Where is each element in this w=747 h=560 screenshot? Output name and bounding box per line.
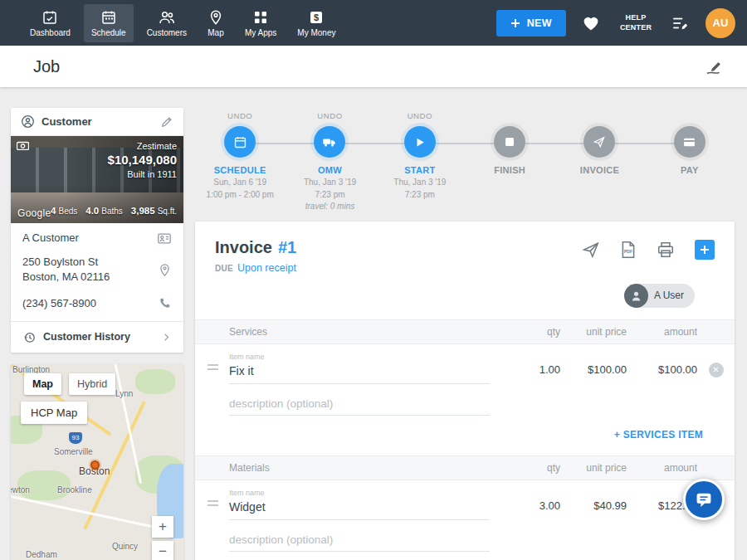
edit-pencil-icon[interactable]: [160, 115, 173, 129]
undo-link[interactable]: UNDO: [195, 111, 285, 122]
assigned-user-row: A User: [215, 274, 715, 308]
step-label: INVOICE: [554, 165, 644, 175]
materials-section-header: Materials qty unit price amount: [195, 455, 735, 480]
map-type-map-button[interactable]: Map: [24, 373, 61, 395]
history-clock-icon: [22, 330, 37, 344]
assigned-user-chip[interactable]: A User: [624, 284, 695, 308]
omw-step-button[interactable]: [314, 126, 345, 158]
svg-text:$: $: [314, 12, 319, 22]
nav-right: NEW HELP CENTER AU: [496, 8, 735, 38]
contact-card-icon[interactable]: [157, 231, 172, 246]
map-marker[interactable]: [90, 460, 100, 470]
timeline-step-schedule: UNDO SCHEDULE Sun, Jan 6 '191:00 pm - 2:…: [195, 111, 285, 213]
qty-column-header: qty: [490, 326, 560, 338]
pay-step-button[interactable]: [674, 126, 706, 158]
zestimate-label: Zestimate: [108, 141, 177, 151]
customer-address-row[interactable]: 250 Boylston StBoston, MA 02116: [11, 253, 183, 292]
add-services-item-link[interactable]: + SERVICES ITEM: [195, 416, 735, 455]
add-invoice-button[interactable]: [695, 240, 715, 260]
amount-column-header: amount: [627, 326, 697, 338]
service-item-name-input[interactable]: [229, 362, 490, 384]
step-time: 7:23 pm: [405, 190, 435, 199]
send-invoice-icon[interactable]: [582, 241, 600, 259]
drag-handle[interactable]: [208, 362, 218, 373]
map-label: Newton: [11, 485, 30, 494]
user-avatar-icon: [624, 284, 648, 308]
invoice-step-button[interactable]: [583, 126, 615, 158]
remove-item-icon[interactable]: ✕: [709, 363, 724, 377]
material-item-unit-price[interactable]: $40.99: [560, 499, 627, 520]
customer-name-row[interactable]: A Customer: [11, 223, 183, 253]
credit-card-icon: [682, 135, 696, 149]
material-item-name-input[interactable]: [229, 498, 490, 520]
service-item-amount: $100.00: [627, 363, 697, 384]
due-label: DUE: [215, 264, 233, 273]
signature-icon[interactable]: [704, 56, 724, 76]
service-item-row: Item name 1.00 $100.00 $100.00 ✕: [195, 344, 735, 384]
map-type-hybrid-button[interactable]: Hybrid: [69, 373, 115, 395]
undo-link[interactable]: UNDO: [285, 111, 374, 122]
nav-item-label: Map: [208, 28, 223, 37]
calendar-icon: [100, 9, 117, 26]
nav-items: Dashboard Schedule Customers Map My Apps…: [0, 4, 343, 42]
service-item-unit-price[interactable]: $100.00: [560, 363, 627, 384]
service-description-input[interactable]: [229, 396, 490, 416]
job-timeline: UNDO SCHEDULE Sun, Jan 6 '191:00 pm - 2:…: [195, 108, 735, 213]
nav-item-schedule[interactable]: Schedule: [84, 4, 134, 42]
address-line2: Boston, MA 02116: [22, 270, 110, 283]
heart-icon[interactable]: [581, 13, 601, 33]
schedule-step-button[interactable]: [224, 126, 256, 158]
tasks-icon[interactable]: [671, 13, 691, 33]
timeline-step-pay: PAY: [645, 111, 735, 213]
step-label: OMW: [285, 165, 374, 175]
zoom-in-button[interactable]: +: [152, 516, 173, 538]
map-card[interactable]: Burlington Lynn Somerville Boston Brookl…: [11, 364, 183, 560]
due-value-link[interactable]: Upon receipt: [237, 262, 296, 274]
beds-value: 4: [51, 206, 56, 216]
pdf-icon[interactable]: PDF: [620, 241, 637, 259]
add-materials-item-link[interactable]: + MATERIALS ITEM: [195, 552, 735, 560]
nav-item-dashboard[interactable]: Dashboard: [22, 4, 78, 42]
hcp-map-button[interactable]: HCP Map: [21, 402, 87, 424]
material-description-input[interactable]: [229, 532, 490, 552]
map-label: Somerville: [54, 447, 93, 456]
location-pin-icon[interactable]: [158, 263, 172, 277]
user-avatar[interactable]: AU: [706, 8, 735, 38]
service-item-description-row: [195, 396, 735, 416]
nav-item-customers[interactable]: Customers: [139, 4, 194, 42]
phone-icon[interactable]: [158, 296, 172, 310]
nav-item-map[interactable]: Map: [200, 4, 232, 42]
new-button[interactable]: NEW: [496, 10, 566, 37]
nav-item-my-money[interactable]: $ My Money: [290, 4, 343, 42]
customer-phone-row[interactable]: (234) 567-8900: [11, 293, 183, 321]
property-photo[interactable]: Zestimate $10,149,080 Built in 1911 4Bed…: [11, 136, 183, 223]
baths-value: 4.0: [85, 206, 99, 216]
calendar-icon: [233, 135, 247, 149]
drag-handle[interactable]: [208, 498, 218, 509]
apps-grid-icon: [252, 9, 269, 26]
undo-link[interactable]: UNDO: [375, 111, 465, 122]
route-shield-93: 93: [69, 432, 82, 444]
amount-column-header: amount: [627, 462, 697, 474]
unit-price-column-header: unit price: [560, 326, 627, 338]
page-title: Job: [33, 57, 60, 76]
service-item-qty[interactable]: 1.00: [490, 363, 560, 384]
property-stats: 4Beds 4.0Baths 3,985Sq.ft.: [51, 202, 177, 217]
help-center-link[interactable]: HELP CENTER: [616, 13, 656, 32]
customer-card-title: Customer: [42, 115, 160, 128]
chat-bubble-button[interactable]: [683, 479, 725, 520]
invoice-number[interactable]: #1: [278, 238, 296, 257]
zoom-out-button[interactable]: −: [152, 541, 173, 560]
print-icon[interactable]: [657, 241, 675, 259]
truck-icon: [322, 134, 337, 149]
customer-history-row[interactable]: Customer History: [11, 321, 183, 353]
services-section-title: Services: [229, 326, 490, 338]
new-button-label: NEW: [527, 17, 552, 29]
item-name-label: Item name: [229, 353, 490, 361]
start-step-button[interactable]: [404, 126, 436, 158]
finish-step-button[interactable]: [494, 126, 525, 158]
material-item-qty[interactable]: 3.00: [490, 499, 560, 520]
customer-phone: (234) 567-8900: [22, 296, 96, 311]
nav-item-my-apps[interactable]: My Apps: [237, 4, 284, 42]
address-line1: 250 Boylston St: [22, 256, 98, 268]
